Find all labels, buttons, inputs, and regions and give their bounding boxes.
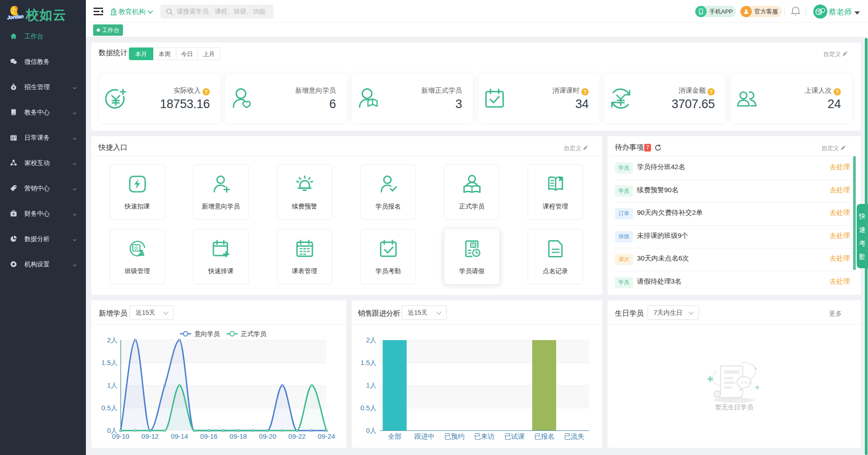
svg-text:全部: 全部: [388, 432, 401, 440]
svg-text:已流失: 已流失: [564, 432, 585, 440]
svg-text:0人: 0人: [366, 427, 377, 434]
svg-text:2人: 2人: [107, 336, 118, 344]
svg-text:2人: 2人: [366, 336, 377, 344]
svg-text:已预约: 已预约: [444, 432, 465, 440]
svg-text:已试课: 已试课: [505, 432, 525, 440]
svg-text:¥: ¥: [13, 212, 15, 216]
svg-text:已报名: 已报名: [534, 432, 555, 440]
svg-text:1人: 1人: [107, 381, 118, 389]
svg-text:0.5人: 0.5人: [101, 404, 118, 412]
svg-text:1人: 1人: [366, 381, 377, 389]
svg-text:意向学员: 意向学员: [194, 330, 220, 337]
svg-text:Jordan: Jordan: [7, 14, 24, 20]
svg-text:09-18: 09-18: [230, 432, 247, 440]
svg-text:09-24: 09-24: [318, 432, 335, 440]
svg-text:09-14: 09-14: [171, 432, 188, 440]
svg-text:跟进中: 跟进中: [415, 432, 435, 440]
svg-text:09-16: 09-16: [200, 432, 217, 440]
svg-text:09-20: 09-20: [259, 432, 276, 440]
svg-text:0.5人: 0.5人: [360, 404, 377, 412]
svg-text:已来访: 已来访: [474, 432, 495, 440]
svg-text:1.5人: 1.5人: [101, 359, 118, 366]
svg-text:1.5人: 1.5人: [360, 359, 377, 366]
svg-text:正式学员: 正式学员: [241, 330, 267, 337]
svg-text:假: 假: [471, 243, 475, 247]
svg-text:09-10: 09-10: [112, 432, 129, 440]
svg-text:09-22: 09-22: [288, 432, 306, 440]
svg-text:校: 校: [818, 10, 822, 15]
svg-text:09-12: 09-12: [142, 432, 159, 440]
svg-text:班: 班: [134, 246, 139, 251]
